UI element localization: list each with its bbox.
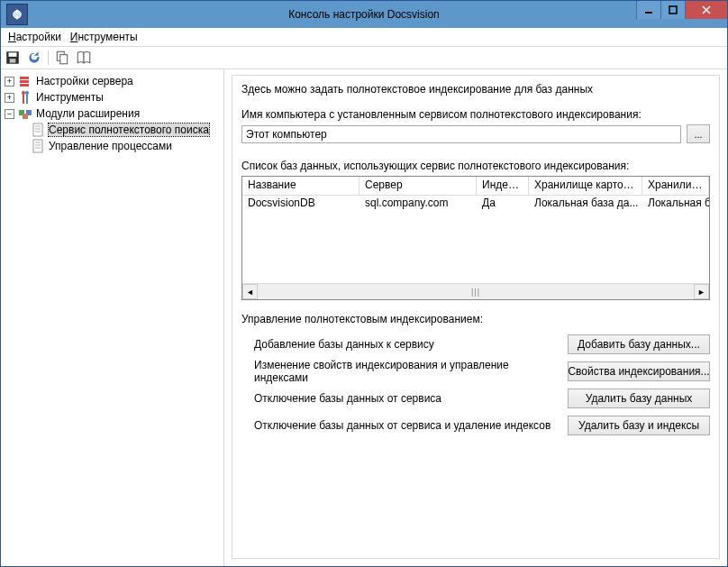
col-server[interactable]: Сервер — [359, 177, 477, 195]
tree-label: Модули расширения — [36, 107, 140, 120]
page-icon — [31, 139, 45, 153]
toolbar-separator — [48, 50, 49, 65]
expand-placeholder — [17, 142, 27, 151]
panel-description: Здесь можно задать полнотекстовое индекс… — [241, 83, 710, 96]
close-button[interactable] — [685, 1, 727, 19]
cell-card-store: Локальная база да... — [529, 196, 642, 212]
add-db-button[interactable]: Добавить базу данных... — [568, 334, 710, 354]
svg-rect-26 — [33, 140, 42, 152]
copy-icon[interactable] — [54, 50, 70, 66]
expand-placeholder — [17, 125, 27, 135]
tree-node-fulltext-service[interactable]: Сервис полнотекстового поиска — [5, 122, 220, 138]
save-icon[interactable] — [5, 50, 21, 66]
minimize-button[interactable] — [636, 1, 660, 19]
collapse-icon[interactable]: − — [5, 109, 14, 119]
tree-node-extensions[interactable]: − Модули расширения — [5, 105, 220, 122]
svg-rect-2 — [16, 16, 18, 20]
col-card-store[interactable]: Хранилище карточек — [529, 177, 642, 195]
scroll-track[interactable]: ||| — [258, 284, 694, 299]
server-icon — [18, 74, 32, 88]
mgmt-row-remove: Отключение базы данных от сервиса Удалит… — [241, 387, 710, 410]
scroll-right-icon[interactable]: ► — [694, 284, 709, 299]
svg-rect-21 — [23, 114, 28, 119]
remove-db-button[interactable]: Удалить базу данных — [568, 389, 710, 408]
nav-tree: + Настройки сервера + Инструменты − Моду… — [1, 69, 224, 566]
tree-node-workflow[interactable]: Управление процессами — [5, 138, 220, 154]
mgmt-props-label: Изменение свойств индексирования и управ… — [254, 359, 568, 384]
svg-rect-8 — [9, 52, 17, 57]
svg-rect-22 — [33, 123, 42, 136]
scroll-grip-icon: ||| — [471, 288, 480, 297]
title-bar: Консоль настройки Docsvision — [1, 1, 727, 28]
tree-label: Настройки сервера — [36, 75, 133, 87]
scroll-left-icon[interactable]: ◄ — [242, 284, 258, 299]
browse-button[interactable]: ... — [687, 124, 710, 143]
host-label: Имя компьютера с установленным сервисом … — [241, 108, 710, 121]
cell-server: sql.company.com — [359, 196, 477, 212]
index-props-button[interactable]: Свойства индексирования... — [568, 361, 710, 381]
window-title: Консоль настройки Docsvision — [1, 8, 727, 21]
tree-node-server-settings[interactable]: + Настройки сервера — [5, 73, 220, 89]
expand-icon[interactable]: + — [5, 93, 14, 103]
page-icon — [31, 123, 45, 137]
tools-icon — [18, 90, 32, 105]
content-area: Здесь можно задать полнотекстовое индекс… — [224, 69, 727, 566]
window-controls — [636, 1, 727, 19]
maximize-button[interactable] — [660, 1, 685, 19]
horizontal-scrollbar[interactable]: ◄ ||| ► — [242, 283, 709, 299]
cell-name: DocsvisionDB — [242, 196, 359, 212]
svg-point-18 — [25, 91, 29, 95]
svg-rect-9 — [10, 59, 16, 63]
svg-rect-14 — [20, 84, 29, 87]
mgmt-row-remove-indexes: Отключение базы данных от сервиса и удал… — [241, 414, 710, 437]
mgmt-add-label: Добавление базы данных к сервису — [254, 338, 568, 351]
host-field-row: ... — [241, 124, 710, 143]
book-icon[interactable] — [76, 50, 92, 66]
remove-db-indexes-button[interactable]: Удалить базу и индексы — [568, 416, 710, 435]
management-label: Управление полнотекстовым индексирование… — [241, 313, 710, 325]
refresh-icon[interactable] — [26, 50, 42, 66]
cell-file-store: Локальная ба — [642, 196, 709, 212]
svg-rect-11 — [60, 55, 68, 64]
body: + Настройки сервера + Инструменты − Моду… — [1, 69, 727, 566]
svg-point-17 — [22, 91, 25, 95]
svg-rect-4 — [669, 6, 677, 14]
svg-rect-1 — [16, 10, 18, 14]
db-grid: Название Сервер Индекс... Хранилище карт… — [241, 176, 710, 300]
host-input[interactable] — [241, 125, 681, 143]
tree-label: Инструменты — [36, 91, 104, 104]
app-icon — [6, 4, 28, 25]
management-group: Управление полнотекстовым индексирование… — [241, 313, 710, 441]
table-row[interactable]: DocsvisionDB sql.company.com Да Локальна… — [242, 196, 709, 212]
mgmt-remove-label: Отключение базы данных от сервиса — [254, 392, 568, 405]
mgmt-row-props: Изменение свойств индексирования и управ… — [241, 360, 710, 383]
cell-index: Да — [477, 196, 529, 212]
expand-icon[interactable]: + — [5, 77, 14, 87]
app-window: Консоль настройки Docsvision Настройки И… — [0, 0, 728, 567]
mgmt-remove-indexes-label: Отключение базы данных от сервиса и удал… — [254, 419, 568, 432]
svg-rect-12 — [20, 77, 29, 79]
menu-settings[interactable]: Настройки — [5, 30, 65, 44]
module-icon — [18, 106, 32, 121]
menu-tools[interactable]: Инструменты — [67, 30, 141, 44]
svg-rect-13 — [20, 80, 29, 83]
tree-label: Сервис полнотекстового поиска — [49, 123, 209, 136]
tree-label: Управление процессами — [49, 140, 172, 152]
svg-rect-3 — [645, 12, 652, 14]
grid-header: Название Сервер Индекс... Хранилище карт… — [242, 177, 709, 196]
toolbar — [1, 47, 727, 69]
content-panel: Здесь можно задать полнотекстовое индекс… — [232, 75, 720, 559]
col-name[interactable]: Название — [242, 177, 359, 195]
col-file-store[interactable]: Хранилище ф — [642, 177, 709, 195]
tree-node-tools[interactable]: + Инструменты — [5, 89, 220, 105]
grid-body: DocsvisionDB sql.company.com Да Локальна… — [242, 196, 709, 283]
list-label: Список баз данных, использующих сервис п… — [241, 160, 710, 172]
mgmt-row-add: Добавление базы данных к сервису Добавит… — [241, 333, 710, 356]
menu-bar: Настройки Инструменты — [1, 28, 727, 47]
col-index[interactable]: Индекс... — [477, 177, 529, 195]
